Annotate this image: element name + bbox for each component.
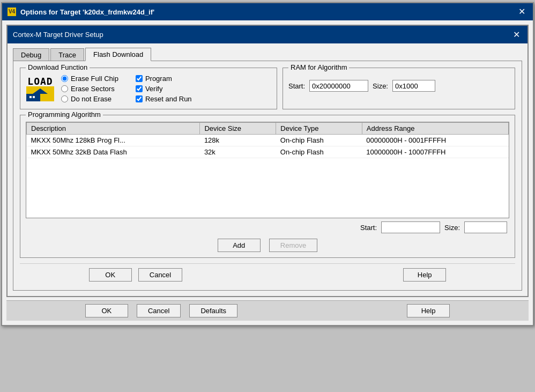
algo-table-container[interactable]: Description Device Size Device Type Addr…	[26, 122, 509, 218]
ram-start-label: Start:	[288, 82, 305, 90]
algo-start-label: Start:	[360, 224, 377, 232]
checkbox-verify[interactable]: Verify	[136, 85, 192, 93]
algo-btn-row: Add Remove	[26, 239, 509, 252]
svg-rect-4	[29, 96, 32, 98]
tab-debug[interactable]: Debug	[13, 48, 49, 61]
inner-dialog-title: Cortex-M Target Driver Setup	[13, 31, 103, 39]
table-row[interactable]: MKXX 50Mhz 32kB Data Flash32kOn-chip Fla…	[27, 146, 509, 158]
svg-rect-8	[43, 94, 44, 99]
tab-flash-download[interactable]: Flash Download	[85, 48, 151, 61]
col-device-size: Device Size	[200, 123, 276, 135]
inner-dialog-buttons: OK Cancel Help	[20, 263, 515, 284]
outer-close-button[interactable]: ✕	[516, 6, 527, 17]
checkbox-group: Program Verify Reset and Run	[136, 75, 192, 103]
algo-bottom: Start: Size:	[26, 221, 509, 233]
radio-do-not-erase[interactable]: Do not Erase	[61, 95, 118, 103]
download-function-label: Download Function	[26, 63, 90, 71]
col-address-range: Address Range	[362, 123, 508, 135]
inner-dialog: Cortex-M Target Driver Setup ✕ Debug Tra…	[6, 25, 529, 297]
outer-bottom-buttons: OK Cancel Defaults Help	[6, 300, 529, 321]
ram-size-label: Size:	[373, 82, 388, 90]
radio-erase-sectors[interactable]: Erase Sectors	[61, 85, 118, 93]
col-description: Description	[27, 123, 200, 135]
outer-cancel-button[interactable]: Cancel	[137, 304, 181, 317]
ram-group-label: RAM for Algorithm	[288, 63, 349, 71]
ram-size-input[interactable]	[392, 80, 435, 92]
checkbox-program[interactable]: Program	[136, 75, 192, 83]
load-pixel-art	[26, 86, 54, 101]
checkbox-reset-and-run[interactable]: Reset and Run	[136, 95, 192, 103]
outer-ok-button[interactable]: OK	[85, 304, 128, 317]
outer-defaults-button[interactable]: Defaults	[189, 304, 237, 317]
ram-inner: Start: Size:	[288, 80, 509, 92]
outer-window: V4 Options for Target 'k20dx_frdmkw24d_i…	[1, 2, 534, 326]
load-text: LOAD	[27, 77, 53, 86]
tab-content-flash-download: Download Function LOAD	[13, 61, 522, 291]
inner-body: Debug Trace Flash Download Download Func…	[8, 43, 527, 296]
ram-start-input[interactable]	[309, 80, 368, 92]
outer-titlebar: V4 Options for Target 'k20dx_frdmkw24d_i…	[2, 3, 533, 20]
download-row: LOAD	[26, 72, 271, 103]
tab-trace[interactable]: Trace	[50, 48, 84, 61]
algo-size-input[interactable]	[464, 221, 507, 233]
app-icon: V4	[8, 8, 16, 16]
programming-algorithm-group: Programming Algorithm Description Device…	[20, 115, 515, 258]
table-row[interactable]: MKXX 50Mhz 128kB Prog Fl...128kOn-chip F…	[27, 135, 509, 146]
svg-rect-2	[40, 94, 54, 101]
algo-size-label: Size:	[444, 224, 460, 232]
radio-erase-full-chip[interactable]: Erase Full Chip	[61, 75, 118, 83]
radio-group: Erase Full Chip Erase Sectors Do not Era…	[61, 75, 118, 103]
load-icon: LOAD	[26, 75, 55, 103]
outer-help-button[interactable]: Help	[407, 304, 450, 317]
svg-rect-5	[33, 96, 35, 98]
download-function-group: Download Function LOAD	[20, 68, 277, 109]
tab-bar: Debug Trace Flash Download	[13, 48, 522, 61]
inner-close-button[interactable]: ✕	[511, 28, 522, 41]
remove-button[interactable]: Remove	[269, 239, 317, 252]
inner-help-button[interactable]: Help	[403, 268, 446, 282]
outer-body: Cortex-M Target Driver Setup ✕ Debug Tra…	[2, 20, 533, 325]
inner-ok-button[interactable]: OK	[89, 268, 132, 282]
col-device-type: Device Type	[276, 123, 362, 135]
inner-cancel-button[interactable]: Cancel	[138, 268, 182, 282]
outer-window-title: Options for Target 'k20dx_frdmkw24d_if'	[20, 8, 154, 16]
top-row: Download Function LOAD	[20, 68, 515, 115]
add-button[interactable]: Add	[218, 239, 261, 252]
algo-table: Description Device Size Device Type Addr…	[26, 122, 509, 158]
algo-start-input[interactable]	[381, 221, 440, 233]
prog-algo-label: Programming Algorithm	[26, 110, 103, 119]
ram-for-algorithm-group: RAM for Algorithm Start: Size:	[283, 68, 515, 109]
inner-titlebar: Cortex-M Target Driver Setup ✕	[8, 26, 527, 43]
